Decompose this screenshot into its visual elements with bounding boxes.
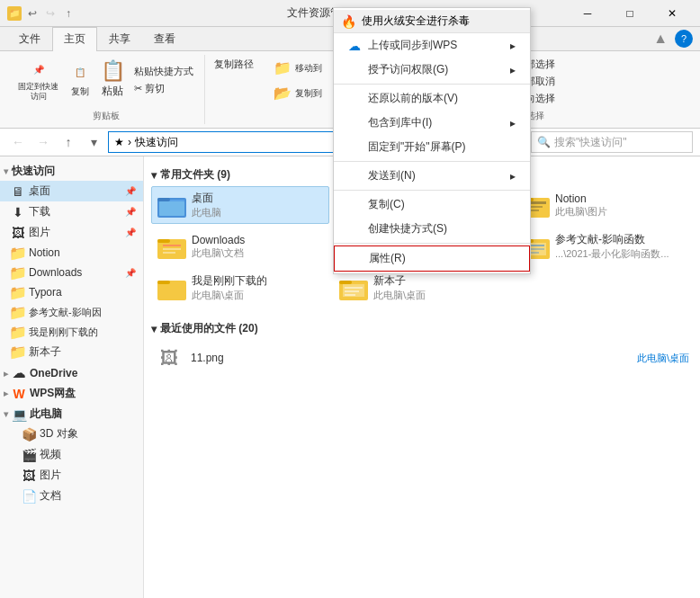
sidebar-section-quick-access[interactable]: ▾ 快速访问 xyxy=(0,160,143,181)
common-folders-label: 常用文件夹 (9) xyxy=(160,167,230,183)
sidebar-section-onedrive[interactable]: ▸ ☁ OneDrive xyxy=(0,362,143,382)
section-collapse-icon: ▾ xyxy=(151,169,157,182)
file-item-pictures[interactable]: 图片 此电脑 xyxy=(333,186,511,224)
search-box[interactable]: 🔍 搜索"快速访问" xyxy=(531,131,693,153)
paste-button[interactable]: 📋 粘贴 xyxy=(98,58,127,101)
forward-button[interactable]: → xyxy=(32,131,54,153)
svg-rect-5 xyxy=(339,198,352,201)
sidebar-section-wps[interactable]: ▸ W WPS网盘 xyxy=(0,382,143,403)
sidebar-item-newtxt-label: 新本子 xyxy=(29,344,61,360)
move-button[interactable]: 📁 移动到 xyxy=(270,57,326,80)
file-item-notion[interactable]: Notion 此电脑\图片 xyxy=(515,186,693,224)
sidebar-item-notion[interactable]: 📁 Notion xyxy=(0,243,143,263)
copy-path-btn[interactable]: 复制路径 xyxy=(211,57,257,72)
title-bar: 📁 ↩ ↪ ↑ 文件资源管理器 ─ □ ✕ xyxy=(0,0,700,27)
cut-btn[interactable]: ✂ 剪切 xyxy=(130,81,197,96)
sidebar-item-videos[interactable]: 🎬 视频 xyxy=(0,444,143,465)
back-button[interactable]: ← xyxy=(7,131,29,153)
search-placeholder: 搜索"快速访问" xyxy=(554,135,627,150)
sidebar-item-desktop[interactable]: 🖥 桌面 📌 xyxy=(0,181,143,201)
select-label: 选择 xyxy=(526,108,544,122)
ribbon-tab-home[interactable]: 主页 xyxy=(52,27,97,51)
deselect-all-btn[interactable]: 全部取消 xyxy=(512,74,559,89)
sidebar-item-typora[interactable]: 📁 Typora xyxy=(0,282,143,302)
help-button[interactable]: ? xyxy=(675,30,693,48)
sidebar-item-newtxt[interactable]: 📁 新本子 xyxy=(0,342,143,362)
undo-icon[interactable]: ↩ xyxy=(25,6,40,21)
recent-files-header[interactable]: ▾ 最近使用的文件 (20) xyxy=(151,317,693,340)
pictures-file-info: 图片 此电脑 xyxy=(373,191,403,219)
file-item-typora[interactable]: Typora DATA1 (D:) xyxy=(333,228,511,265)
up-button[interactable]: ↑ xyxy=(58,131,79,153)
copy-button[interactable]: 📋 复制 xyxy=(66,60,94,100)
open-btn[interactable]: 开▾ xyxy=(389,65,446,80)
recent-dl-folder-icon: 📁 xyxy=(11,325,25,339)
sidebar-item-downloads[interactable]: ⬇ 下载 📌 xyxy=(0,201,143,222)
downloads-file-name: Downloads xyxy=(192,234,245,246)
delete-button[interactable]: 🗑 删除 xyxy=(329,57,385,80)
new-folder-button[interactable]: 📁 新建文件夹 xyxy=(463,57,495,107)
sidebar-item-downloads2[interactable]: 📁 Downloads 📌 xyxy=(0,263,143,282)
sidebar-item-videos-label: 视频 xyxy=(40,447,61,462)
select-all-btn[interactable]: 全部选择 xyxy=(512,57,559,72)
ribbon-tab-view[interactable]: 查看 xyxy=(142,27,187,50)
content-area: ▾ 常用文件夹 (9) 桌面 此电脑 xyxy=(144,156,700,598)
pin-indicator: 📌 xyxy=(125,186,136,196)
this-pc-icon: 💻 xyxy=(12,407,26,422)
sidebar-item-docs[interactable]: 📄 文档 xyxy=(0,486,143,506)
sidebar-item-3d[interactable]: 📦 3D 对象 xyxy=(0,424,143,444)
file-item-refs[interactable]: 参考文献-影响函数 ...\2021-最小化影响函数... xyxy=(515,228,693,265)
org-col2: 🗑 删除 ✏ 重命名 xyxy=(329,57,385,105)
svg-rect-28 xyxy=(157,281,170,284)
common-folders-header[interactable]: ▾ 常用文件夹 (9) xyxy=(151,164,693,186)
sidebar-item-docs-label: 文档 xyxy=(40,488,61,504)
newtxt-file-name: 新本子 xyxy=(373,273,426,289)
copy-icon: 📋 xyxy=(69,62,91,84)
file-item-newtxt[interactable]: 新本子 此电脑\桌面 xyxy=(333,269,511,307)
address-path[interactable]: ★ › 快速访问 xyxy=(108,131,527,153)
file-item-recent-dl[interactable]: 我是刚刚下载的 此电脑\桌面 xyxy=(151,269,329,307)
invert-btn[interactable]: 反向选择 xyxy=(512,91,559,106)
main-area: ▾ 快速访问 🖥 桌面 📌 ⬇ 下载 📌 🖼 图片 📌 📁 Notion 📁 D… xyxy=(0,156,700,598)
file-item-desktop[interactable]: 桌面 此电脑 xyxy=(151,186,329,224)
ribbon-tab-share[interactable]: 共享 xyxy=(97,27,142,50)
title-controls: ─ □ ✕ xyxy=(567,0,693,27)
ribbon-tab-file[interactable]: 文件 xyxy=(7,27,52,50)
clipboard-label: 剪贴板 xyxy=(93,108,120,122)
up-icon[interactable]: ↑ xyxy=(61,6,76,21)
svg-rect-11 xyxy=(525,201,546,204)
file-item-downloads[interactable]: Downloads 此电脑\文档 xyxy=(151,228,329,265)
svg-rect-26 xyxy=(526,252,539,254)
common-folders-grid: 桌面 此电脑 图片 此电脑 xyxy=(151,186,693,307)
pin-indicator2: 📌 xyxy=(125,207,136,217)
close-button[interactable]: ✕ xyxy=(651,0,693,27)
this-pc-label: 此电脑 xyxy=(30,406,62,422)
sidebar-item-pictures-pc[interactable]: 🖼 图片 xyxy=(0,465,143,486)
ribbon-collapse-btn[interactable]: ▲ xyxy=(650,31,671,47)
address-bar: ← → ↑ ▾ ★ › 快速访问 🔍 搜索"快速访问" xyxy=(0,129,700,156)
minimize-button[interactable]: ─ xyxy=(567,0,608,27)
svg-rect-10 xyxy=(521,198,534,201)
paste-shortcut-btn[interactable]: 粘贴快捷方式 xyxy=(130,64,197,79)
history-btn[interactable]: ✓ 历史记录 xyxy=(389,82,446,97)
redo-icon[interactable]: ↪ xyxy=(43,6,58,21)
pin-button[interactable]: 📌 固定到快速访问 xyxy=(14,57,62,103)
copy-to-button[interactable]: 📂 复制到 xyxy=(270,82,326,105)
sidebar-item-recent-dl[interactable]: 📁 我是刚刚下载的 xyxy=(0,322,143,342)
typora-file-icon xyxy=(339,232,368,261)
recent-file-item-11png[interactable]: 🖼 11.png 此电脑\桌面 xyxy=(151,340,693,376)
pictures-pc-icon: 🖼 xyxy=(22,469,36,483)
move-icon: 📁 xyxy=(274,58,292,76)
sidebar-item-pictures[interactable]: 🖼 图片 📌 xyxy=(0,222,143,243)
sidebar-item-refs[interactable]: 📁 参考文献-影响因 xyxy=(0,302,143,322)
newtxt-file-path: 此电脑\桌面 xyxy=(373,289,426,302)
rename-button[interactable]: ✏ 重命名 xyxy=(329,82,385,105)
sidebar-section-this-pc[interactable]: ▾ 💻 此电脑 xyxy=(0,403,143,424)
refs-file-path: ...\2021-最小化影响函数... xyxy=(555,247,669,261)
newtxt-file-info: 新本子 此电脑\桌面 xyxy=(373,273,426,302)
recent-button[interactable]: ▾ xyxy=(83,131,104,153)
select-col: 全部选择 全部取消 反向选择 xyxy=(512,57,559,106)
maximize-button[interactable]: □ xyxy=(609,0,651,27)
ribbon-tabs: 文件 主页 共享 查看 ▲ ? xyxy=(0,27,700,51)
star-icon: ★ xyxy=(114,136,124,148)
